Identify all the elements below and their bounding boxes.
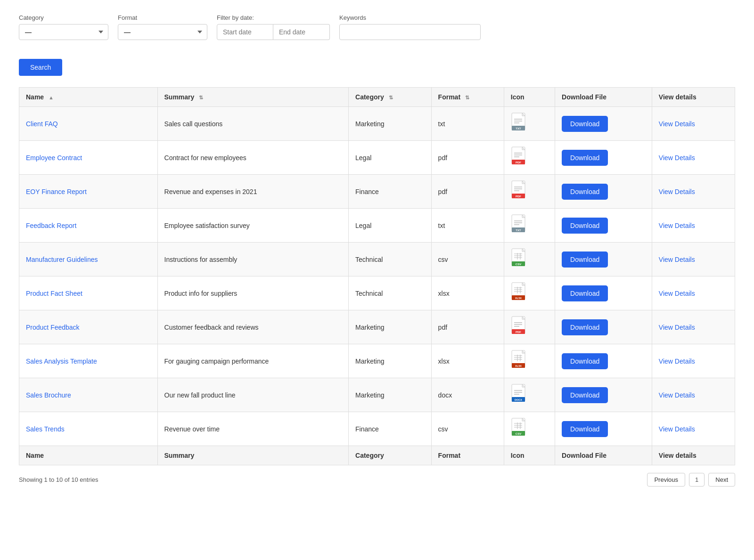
format-filter-group: Format — <box>118 14 207 40</box>
cell-icon: TXT <box>504 209 555 243</box>
previous-button[interactable]: Previous <box>647 473 685 487</box>
svg-text:XL5X: XL5X <box>515 365 522 367</box>
download-button[interactable]: Download <box>562 353 608 369</box>
view-details-link[interactable]: View Details <box>659 324 695 331</box>
svg-text:PDF: PDF <box>516 331 521 333</box>
col-header-icon: Icon <box>504 88 555 107</box>
view-details-link[interactable]: View Details <box>659 357 695 365</box>
download-button[interactable]: Download <box>562 218 608 234</box>
view-details-link[interactable]: View Details <box>659 425 695 433</box>
doc-name-link[interactable]: Feedback Report <box>26 222 76 229</box>
doc-name-link[interactable]: Product Feedback <box>26 324 80 331</box>
cell-viewdetails: View Details <box>652 344 735 378</box>
cell-viewdetails: View Details <box>652 378 735 412</box>
svg-text:TXT: TXT <box>516 127 521 130</box>
showing-entries: Showing 1 to 10 of 10 entries <box>19 476 98 483</box>
doc-name-link[interactable]: Sales Trends <box>26 425 65 433</box>
format-label: Format <box>118 14 207 21</box>
download-button[interactable]: Download <box>562 116 608 132</box>
pagination-controls: Previous 1 Next <box>647 473 735 487</box>
col-footer-category: Category <box>349 446 432 465</box>
table-footer-row: Name Summary Category Format Icon Downlo… <box>19 446 735 465</box>
cell-viewdetails: View Details <box>652 243 735 276</box>
sort-icon-name: ▲ <box>49 95 54 100</box>
download-button[interactable]: Download <box>562 150 608 166</box>
cell-icon: PDF <box>504 175 555 209</box>
download-button[interactable]: Download <box>562 387 608 403</box>
cell-name: EOY Finance Report <box>19 175 158 209</box>
cell-download: Download <box>555 310 652 344</box>
date-filter-group: Filter by date: <box>217 14 330 40</box>
cell-category: Finance <box>349 412 432 446</box>
download-button[interactable]: Download <box>562 252 608 268</box>
cell-icon: CSV <box>504 243 555 276</box>
download-button[interactable]: Download <box>562 421 608 437</box>
table-row: Employee Contract Contract for new emplo… <box>19 141 735 175</box>
file-icon-xlsx: XL5X <box>511 282 529 303</box>
category-select[interactable]: — <box>19 24 108 40</box>
format-select[interactable]: — <box>118 24 207 40</box>
svg-text:CSV: CSV <box>516 263 521 266</box>
end-date-input[interactable] <box>273 24 330 40</box>
download-button[interactable]: Download <box>562 319 608 335</box>
col-footer-viewdetails: View details <box>652 446 735 465</box>
next-button[interactable]: Next <box>708 473 735 487</box>
doc-name-link[interactable]: Sales Brochure <box>26 391 71 399</box>
cell-download: Download <box>555 141 652 175</box>
download-button[interactable]: Download <box>562 184 608 200</box>
cell-name: Sales Brochure <box>19 378 158 412</box>
svg-text:TXT: TXT <box>516 229 521 232</box>
col-footer-download: Download File <box>555 446 652 465</box>
cell-format: csv <box>431 243 504 276</box>
cell-viewdetails: View Details <box>652 175 735 209</box>
cell-summary: For gauging campaign performance <box>157 344 349 378</box>
cell-summary: Instructions for assembly <box>157 243 349 276</box>
file-icon-csv: CSV <box>511 248 529 269</box>
cell-download: Download <box>555 243 652 276</box>
cell-viewdetails: View Details <box>652 107 735 141</box>
cell-name: Sales Analysis Template <box>19 344 158 378</box>
doc-name-link[interactable]: Client FAQ <box>26 120 58 128</box>
category-filter-group: Category — <box>19 14 108 40</box>
cell-name: Feedback Report <box>19 209 158 243</box>
cell-format: txt <box>431 209 504 243</box>
table-row: EOY Finance Report Revenue and expenses … <box>19 175 735 209</box>
view-details-link[interactable]: View Details <box>659 290 695 297</box>
search-button[interactable]: Search <box>19 59 62 76</box>
view-details-link[interactable]: View Details <box>659 154 695 162</box>
table-row: Sales Analysis Template For gauging camp… <box>19 344 735 378</box>
category-label: Category <box>19 14 108 21</box>
doc-name-link[interactable]: Product Fact Sheet <box>26 290 82 297</box>
table-row: Feedback Report Employee satisfaction su… <box>19 209 735 243</box>
cell-summary: Customer feedback and reviews <box>157 310 349 344</box>
cell-download: Download <box>555 175 652 209</box>
cell-summary: Revenue over time <box>157 412 349 446</box>
cell-summary: Revenue and expenses in 2021 <box>157 175 349 209</box>
file-icon-txt: TXT <box>511 113 529 133</box>
download-button[interactable]: Download <box>562 285 608 301</box>
file-icon-xlsx: XL5X <box>511 350 529 371</box>
view-details-link[interactable]: View Details <box>659 391 695 399</box>
doc-name-link[interactable]: Employee Contract <box>26 154 82 162</box>
view-details-link[interactable]: View Details <box>659 120 695 128</box>
col-footer-summary: Summary <box>157 446 349 465</box>
view-details-link[interactable]: View Details <box>659 222 695 229</box>
sort-icon-category: ⇅ <box>389 95 393 101</box>
keywords-input[interactable] <box>339 24 481 40</box>
view-details-link[interactable]: View Details <box>659 256 695 263</box>
col-header-viewdetails: View details <box>652 88 735 107</box>
view-details-link[interactable]: View Details <box>659 188 695 195</box>
doc-name-link[interactable]: Manufacturer Guidelines <box>26 256 98 263</box>
cell-format: csv <box>431 412 504 446</box>
start-date-input[interactable] <box>217 24 273 40</box>
doc-name-link[interactable]: EOY Finance Report <box>26 188 87 195</box>
file-icon-pdf: PDF <box>511 146 529 167</box>
table-row: Client FAQ Sales call questions Marketin… <box>19 107 735 141</box>
file-icon-txt: TXT <box>511 214 529 235</box>
cell-icon: XL5X <box>504 276 555 310</box>
svg-text:DOCX: DOCX <box>515 398 522 401</box>
cell-category: Technical <box>349 243 432 276</box>
cell-viewdetails: View Details <box>652 276 735 310</box>
doc-name-link[interactable]: Sales Analysis Template <box>26 357 97 365</box>
file-icon-csv: CSV <box>511 418 529 438</box>
